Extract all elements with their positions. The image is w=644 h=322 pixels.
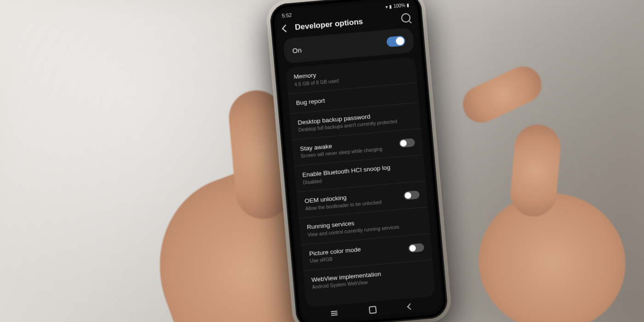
nav-recents-icon[interactable] xyxy=(331,310,338,316)
toggle-knob xyxy=(396,36,405,46)
settings-list: Memory 4.5 GB of 8 GB used Bug report De… xyxy=(286,57,436,308)
row-text: Memory 4.5 GB of 8 GB used xyxy=(293,63,409,88)
battery-icon: ▮ xyxy=(406,2,409,7)
status-time: 5:52 xyxy=(282,12,292,19)
battery-text: 100% xyxy=(393,2,405,8)
master-toggle-switch[interactable] xyxy=(386,35,406,47)
toggle-knob xyxy=(400,140,407,147)
row-text: Desktop backup password Desktop full bac… xyxy=(297,109,413,133)
row-text: Stay awake Screen will never sleep while… xyxy=(299,137,395,160)
back-icon[interactable] xyxy=(282,24,290,32)
row-text: Running services View and control curren… xyxy=(306,213,422,238)
picture-color-mode-toggle[interactable] xyxy=(408,243,424,253)
nav-back-icon[interactable] xyxy=(407,303,414,310)
stay-awake-toggle[interactable] xyxy=(399,138,415,148)
toggle-knob xyxy=(404,192,411,199)
phone-device: 5:52 ▾ ▮ 100% ▮ Developer options On xyxy=(269,0,449,322)
search-icon[interactable] xyxy=(401,13,411,23)
row-text: Enable Bluetooth HCI snoop log Disabled xyxy=(302,161,418,186)
master-toggle-label: On xyxy=(292,46,302,54)
row-text: WebView implementation Android System We… xyxy=(311,266,427,291)
wifi-icon: ▾ xyxy=(385,4,388,9)
phone-body: 5:52 ▾ ▮ 100% ▮ Developer options On xyxy=(269,0,449,322)
page-title: Developer options xyxy=(294,14,395,32)
toggle-knob xyxy=(409,245,416,252)
phone-screen: 5:52 ▾ ▮ 100% ▮ Developer options On xyxy=(275,0,443,322)
signal-icon: ▮ xyxy=(389,4,392,9)
row-text: Picture color mode Use sRGB xyxy=(309,242,404,264)
oem-unlocking-toggle[interactable] xyxy=(403,190,420,200)
photo-scene: 5:52 ▾ ▮ 100% ▮ Developer options On xyxy=(0,0,644,322)
nav-home-icon[interactable] xyxy=(369,306,377,314)
row-text: OEM unlocking Allow the bootloader to be… xyxy=(304,189,400,212)
